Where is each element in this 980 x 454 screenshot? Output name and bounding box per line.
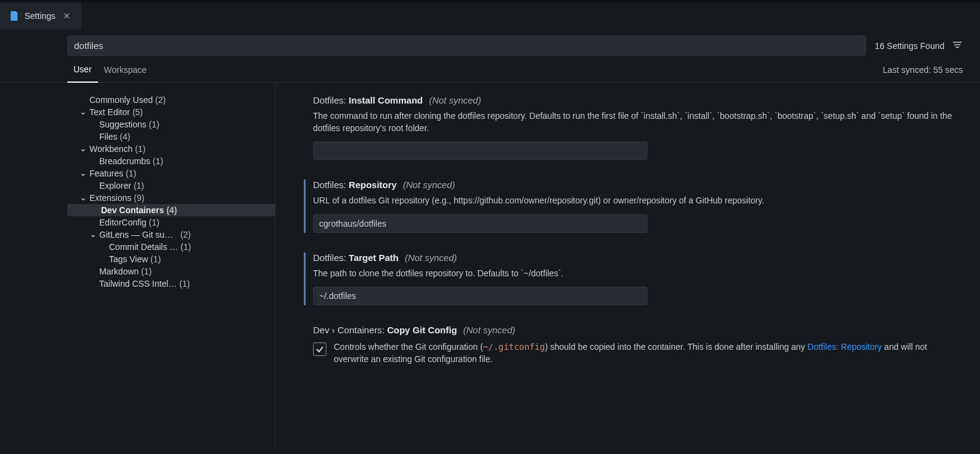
setting-title: Dev › Containers: Copy Git Config (Not s… — [313, 325, 963, 335]
sidebar-item-editorconfig[interactable]: ›EditorConfig(1) — [67, 216, 275, 229]
filter-icon[interactable] — [952, 39, 963, 52]
setting-title: Dotfiles: Target Path (Not synced) — [313, 252, 963, 263]
install-command-input[interactable] — [313, 142, 647, 160]
settings-search-row: 16 Settings Found — [0, 29, 980, 56]
settings-sidebar: ›Commonly Used(2) ⌄Text Editor(5) ›Sugge… — [67, 83, 276, 446]
setting-description: The path to clone the dotfiles repositor… — [313, 268, 963, 280]
sidebar-item-workbench[interactable]: ⌄Workbench(1) — [67, 143, 275, 155]
repository-input[interactable] — [313, 214, 647, 233]
chevron-down-icon: ⌄ — [77, 107, 89, 116]
sidebar-item-commonly-used[interactable]: ›Commonly Used(2) — [67, 94, 275, 106]
sidebar-item-tags-view[interactable]: ›Tags View(1) — [67, 253, 275, 265]
settings-results-count: 16 Settings Found — [875, 41, 944, 51]
settings-content: Dotfiles: Install Command (Not synced) T… — [276, 83, 980, 446]
chevron-down-icon: ⌄ — [77, 192, 89, 202]
setting-dev-containers-copy-git-config: Dev › Containers: Copy Git Config (Not s… — [304, 325, 963, 365]
chevron-down-icon: ⌄ — [87, 229, 99, 239]
sidebar-item-features[interactable]: ⌄Features(1) — [67, 167, 275, 180]
scope-tab-user[interactable]: User — [67, 64, 98, 83]
sidebar-item-dev-containers[interactable]: ›Dev Containers(4) — [67, 204, 275, 216]
sidebar-item-breadcrumbs[interactable]: ›Breadcrumbs(1) — [67, 155, 275, 167]
setting-dotfiles-install-command: Dotfiles: Install Command (Not synced) T… — [304, 95, 963, 160]
target-path-input[interactable] — [313, 287, 647, 305]
sidebar-item-explorer[interactable]: ›Explorer(1) — [67, 180, 275, 192]
copy-git-config-checkbox[interactable] — [313, 342, 326, 356]
setting-description: The command to run after cloning the dot… — [313, 110, 963, 134]
sidebar-item-gitlens[interactable]: ⌄GitLens — Git su… (2) — [67, 229, 275, 241]
close-icon[interactable]: ✕ — [61, 10, 73, 22]
sidebar-item-extensions[interactable]: ⌄Extensions(9) — [67, 192, 275, 204]
setting-dotfiles-target-path: Dotfiles: Target Path (Not synced) The p… — [304, 252, 963, 306]
sidebar-item-commit-details[interactable]: ›Commit Details …(1) — [67, 241, 275, 253]
setting-title: Dotfiles: Install Command (Not synced) — [313, 95, 963, 105]
sidebar-item-tailwind[interactable]: ›Tailwind CSS Intel…(1) — [67, 278, 275, 290]
dotfiles-repository-link[interactable]: Dotfiles: Repository — [807, 342, 881, 352]
sidebar-item-suggestions[interactable]: ›Suggestions(1) — [67, 118, 275, 131]
sidebar-item-markdown[interactable]: ›Markdown(1) — [67, 265, 275, 278]
settings-search-input[interactable] — [67, 36, 866, 56]
editor-tabbar: Settings ✕ — [0, 2, 980, 29]
tab-settings[interactable]: Settings ✕ — [0, 2, 81, 29]
sidebar-item-text-editor[interactable]: ⌄Text Editor(5) — [67, 106, 275, 118]
setting-description: URL of a dotfiles Git repository (e.g., … — [313, 195, 963, 207]
sidebar-item-files[interactable]: ›Files(4) — [67, 131, 275, 143]
chevron-down-icon: ⌄ — [77, 168, 89, 178]
file-icon — [9, 10, 20, 21]
last-synced-label: Last synced: 55 secs — [883, 65, 963, 82]
scope-tab-workspace[interactable]: Workspace — [98, 65, 153, 82]
chevron-down-icon: ⌄ — [77, 143, 89, 153]
checkmark-icon — [315, 345, 324, 354]
setting-dotfiles-repository: Dotfiles: Repository (Not synced) URL of… — [304, 180, 963, 233]
tab-title: Settings — [24, 11, 56, 21]
settings-scope-row: User Workspace Last synced: 55 secs — [0, 56, 980, 83]
setting-title: Dotfiles: Repository (Not synced) — [313, 180, 963, 190]
setting-description: Controls whether the Git configuration (… — [334, 341, 963, 365]
